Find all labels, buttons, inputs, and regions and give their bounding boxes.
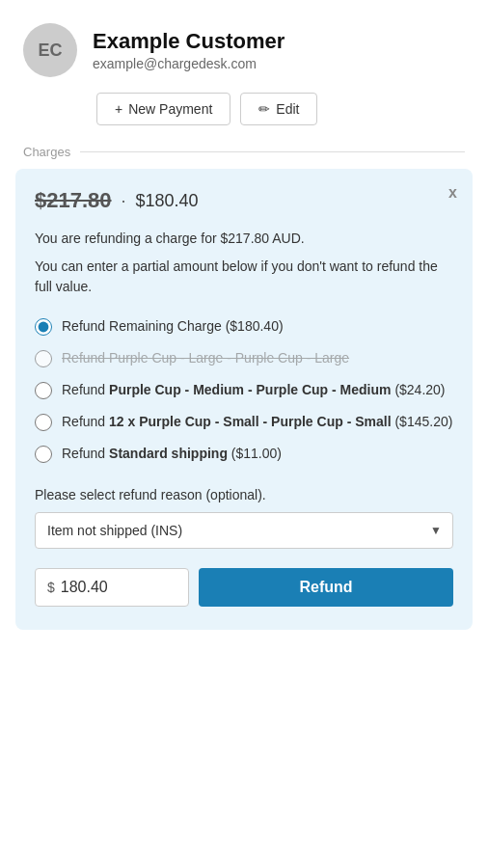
customer-name: Example Customer [93,29,285,54]
refund-button[interactable]: Refund [199,568,453,607]
radio-purple-medium[interactable] [35,382,52,399]
currency-symbol: $ [47,580,55,595]
refund-option-purple-medium[interactable]: Refund Purple Cup - Medium - Purple Cup … [35,380,453,400]
refund-description: You are refunding a charge for $217.80 A… [35,229,453,249]
new-payment-button[interactable]: + New Payment [96,93,230,125]
option-remaining-label: Refund Remaining Charge ($180.40) [62,316,284,337]
header: EC Example Customer example@chargedesk.c… [0,0,488,93]
charge-separator: · [122,191,126,211]
refund-card: x $217.80 · $180.40 You are refunding a … [15,169,473,630]
radio-remaining[interactable] [35,318,52,336]
radio-purple-small[interactable] [35,414,52,431]
amount-row: $ Refund [35,568,453,607]
new-payment-label: New Payment [128,101,212,117]
header-info: Example Customer example@chargedesk.com [93,29,285,71]
refund-options: Refund Remaining Charge ($180.40) Refund… [35,316,453,464]
avatar: EC [23,23,77,77]
current-amount: $180.40 [136,191,199,211]
option-purple-large-label: Refund Purple Cup - Large - Purple Cup -… [62,348,349,368]
edit-button[interactable]: ✏ Edit [240,93,317,125]
refund-option-purple-small[interactable]: Refund 12 x Purple Cup - Small - Purple … [35,412,453,432]
refund-option-remaining[interactable]: Refund Remaining Charge ($180.40) [35,316,453,337]
customer-email: example@chargedesk.com [93,56,285,71]
radio-shipping[interactable] [35,446,52,463]
action-buttons: + New Payment ✏ Edit [0,93,488,145]
partial-hint: You can enter a partial amount below if … [35,257,453,297]
charges-section-label: Charges [0,145,488,169]
option-shipping-label: Refund Standard shipping ($11.00) [62,444,282,464]
charge-header: $217.80 · $180.40 [35,188,453,213]
option-purple-small-label: Refund 12 x Purple Cup - Small - Purple … [62,412,452,432]
edit-icon: ✏ [258,101,270,117]
refund-option-shipping[interactable]: Refund Standard shipping ($11.00) [35,444,453,464]
option-purple-medium-label: Refund Purple Cup - Medium - Purple Cup … [62,380,446,400]
reason-select[interactable]: Item not shipped (INS) Duplicate charge … [35,512,453,549]
edit-label: Edit [276,101,299,117]
plus-icon: + [115,101,122,117]
radio-purple-large[interactable] [35,350,52,367]
original-amount: $217.80 [35,188,112,213]
amount-input-wrapper: $ [35,568,189,607]
reason-select-wrapper: Item not shipped (INS) Duplicate charge … [35,512,453,549]
reason-prompt: Please select refund reason (optional). [35,487,453,502]
close-button[interactable]: x [448,184,457,202]
refund-option-purple-large[interactable]: Refund Purple Cup - Large - Purple Cup -… [35,348,453,368]
amount-input[interactable] [61,569,176,606]
